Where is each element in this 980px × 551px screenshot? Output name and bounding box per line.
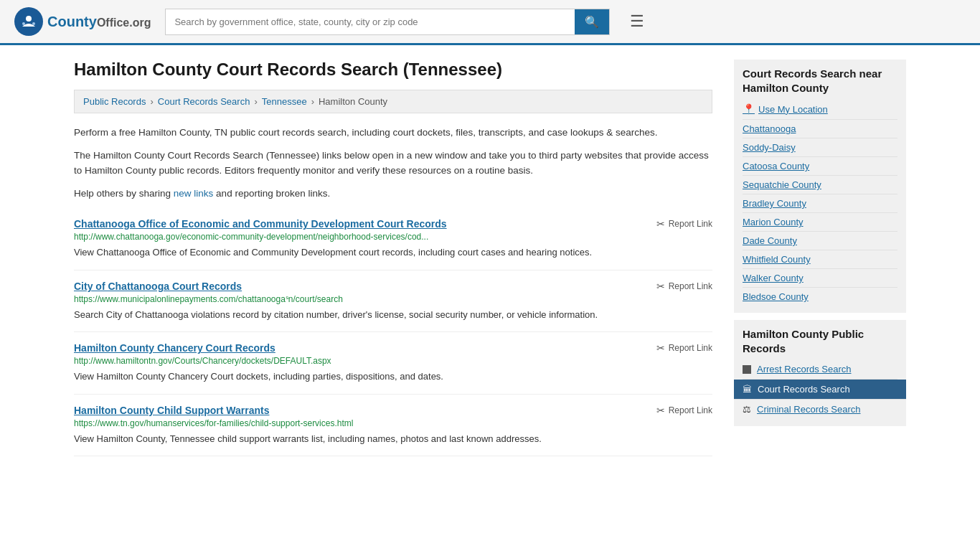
record-title-1[interactable]: City of Chattanooga Court Records <box>74 281 242 292</box>
record-url-3: https://www.tn.gov/humanservices/for-fam… <box>74 418 712 428</box>
report-icon-3: ✂ <box>656 405 665 416</box>
logo-text: CountyOffice.org <box>47 14 151 30</box>
record-item: City of Chattanooga Court Records ✂ Repo… <box>74 270 712 333</box>
description-p1: Perform a free Hamilton County, TN publi… <box>74 125 712 141</box>
page-title: Hamilton County Court Records Search (Te… <box>74 60 712 80</box>
svg-point-1 <box>26 16 32 22</box>
record-item: Hamilton County Child Support Warrants ✂… <box>74 395 712 457</box>
record-type-icon-2: ⚖ <box>743 404 751 415</box>
nearby-link-6[interactable]: Dade County <box>743 232 897 250</box>
record-item: Hamilton County Chancery Court Records ✂… <box>74 332 712 395</box>
report-icon-0: ✂ <box>656 218 665 230</box>
search-input[interactable] <box>166 11 575 33</box>
record-type-icon-0 <box>743 365 751 374</box>
record-desc-2: View Hamilton County Chancery Court dock… <box>74 369 712 384</box>
public-records-item-1[interactable]: 🏛 Court Records Search <box>734 380 906 400</box>
report-icon-2: ✂ <box>656 342 665 354</box>
report-link-button-1[interactable]: ✂ Report Link <box>656 281 712 292</box>
sidebar: Court Records Search near Hamilton Count… <box>734 60 906 456</box>
breadcrumb-court-records-search[interactable]: Court Records Search <box>158 96 250 107</box>
record-title-2[interactable]: Hamilton County Chancery Court Records <box>74 342 275 354</box>
nearby-link-2[interactable]: Catoosa County <box>743 157 897 176</box>
nearby-links: 📍 Use My Location Chattanooga Soddy-Dais… <box>743 99 897 306</box>
nearby-link-0[interactable]: Chattanooga <box>743 120 897 138</box>
report-link-button-2[interactable]: ✂ Report Link <box>656 342 712 354</box>
hamburger-menu-button[interactable]: ☰ <box>624 9 650 34</box>
breadcrumb-tennessee[interactable]: Tennessee <box>262 96 307 107</box>
record-desc-0: View Chattanooga Office of Economic and … <box>74 245 712 260</box>
record-item: Chattanooga Office of Economic and Commu… <box>74 208 712 270</box>
nearby-section: Court Records Search near Hamilton Count… <box>734 60 906 313</box>
nearby-link-5[interactable]: Marion County <box>743 213 897 232</box>
report-link-button-0[interactable]: ✂ Report Link <box>656 218 712 230</box>
report-link-button-3[interactable]: ✂ Report Link <box>656 405 712 416</box>
search-bar: 🔍 <box>165 9 610 35</box>
breadcrumb-public-records[interactable]: Public Records <box>83 96 146 107</box>
search-button[interactable]: 🔍 <box>575 9 609 34</box>
nearby-link-9[interactable]: Bledsoe County <box>743 288 897 306</box>
nearby-link-4[interactable]: Bradley County <box>743 194 897 213</box>
public-records-item-0[interactable]: Arrest Records Search <box>743 359 897 380</box>
public-records-link-0[interactable]: Arrest Records Search <box>757 364 852 375</box>
public-records-list: Arrest Records Search 🏛 Court Records Se… <box>743 359 897 419</box>
record-url-1: https://www.municipalonlinepayments.com/… <box>74 294 712 304</box>
records-list: Chattanooga Office of Economic and Commu… <box>74 208 712 456</box>
record-title-3[interactable]: Hamilton County Child Support Warrants <box>74 405 269 416</box>
record-desc-3: View Hamilton County, Tennessee child su… <box>74 432 712 446</box>
breadcrumb: Public Records › Court Records Search › … <box>74 90 712 113</box>
public-records-section-title: Hamilton County Public Records <box>743 327 897 355</box>
svg-point-3 <box>32 22 35 25</box>
record-url-2: http://www.hamiltontn.gov/Courts/Chancer… <box>74 356 712 366</box>
nearby-link-7[interactable]: Whitfield County <box>743 250 897 269</box>
logo[interactable]: CountyOffice.org <box>14 7 151 36</box>
public-records-section: Hamilton County Public Records Arrest Re… <box>734 320 906 426</box>
record-title-0[interactable]: Chattanooga Office of Economic and Commu… <box>74 218 447 230</box>
hamburger-icon: ☰ <box>630 12 644 30</box>
logo-icon <box>14 7 43 36</box>
nearby-link-8[interactable]: Walker County <box>743 269 897 288</box>
location-icon: 📍 <box>743 103 755 115</box>
nearby-section-title: Court Records Search near Hamilton Count… <box>743 67 897 95</box>
record-url-0: http://www.chattanooga.gov/economic-comm… <box>74 232 712 242</box>
breadcrumb-current: Hamilton County <box>319 96 387 107</box>
public-records-link-2[interactable]: Criminal Records Search <box>757 404 861 415</box>
public-records-item-2[interactable]: ⚖ Criminal Records Search <box>743 400 897 419</box>
search-icon: 🔍 <box>585 16 599 28</box>
new-links-link[interactable]: new links <box>174 188 214 199</box>
record-desc-1: Search City of Chattanooga violations re… <box>74 308 712 322</box>
description-p2: The Hamilton County Court Records Search… <box>74 148 712 179</box>
svg-point-2 <box>22 22 25 25</box>
description-p3: Help others by sharing new links and rep… <box>74 186 712 202</box>
nearby-link-3[interactable]: Sequatchie County <box>743 176 897 194</box>
main-content: Hamilton County Court Records Search (Te… <box>74 60 712 456</box>
public-records-label-1: Court Records Search <box>758 384 850 395</box>
use-my-location-link[interactable]: 📍 Use My Location <box>743 99 897 120</box>
nearby-link-1[interactable]: Soddy-Daisy <box>743 138 897 157</box>
record-type-icon-1: 🏛 <box>743 384 752 395</box>
report-icon-1: ✂ <box>656 281 665 292</box>
